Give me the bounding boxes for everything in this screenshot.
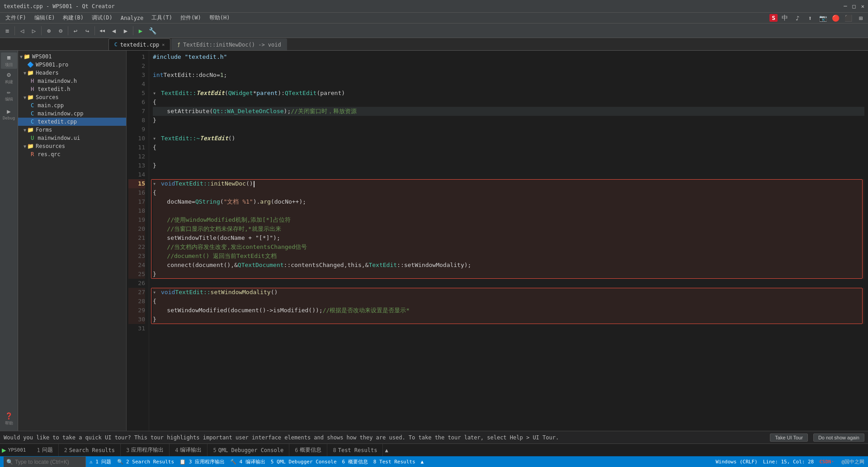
status-qml[interactable]: 5 QML Debugger Console	[271, 459, 337, 465]
side-icon-debug[interactable]: ▶ Debug	[1, 106, 17, 122]
code-line-21: setWindowTitle(docName + "[*]");	[153, 234, 864, 243]
tab-initnewdoc[interactable]: ƒ TextEdit::initNewDoc() -> void	[171, 38, 287, 50]
menu-item-debug[interactable]: 调试(D)	[88, 13, 116, 23]
tree-item-wps001-pro[interactable]: 🔷 WPS001.pro	[18, 61, 126, 69]
status-problems[interactable]: ⚠ 1 问题	[90, 458, 112, 465]
csdn-logo: CSDN·	[819, 459, 834, 465]
tree-item-resources[interactable]: ▼ 📁 Resources	[18, 142, 126, 150]
bottom-tab-search[interactable]: 2 Search Results	[59, 444, 121, 456]
status-up-btn[interactable]: ▲	[421, 459, 424, 465]
menu-item-controls[interactable]: 控件(W)	[177, 13, 205, 23]
line-numbers: 1 2 3 4 5 6 7 8 9 10 11 12 13 14 15 16 1…	[127, 51, 149, 431]
side-icon-help[interactable]: ❓ 帮助	[1, 411, 17, 427]
tab-close-icon[interactable]: ✕	[162, 42, 165, 47]
tree-item-mainwindow-cpp[interactable]: C mainwindow.cpp	[18, 110, 126, 118]
tree-item-mainwindow-ui[interactable]: U mainwindow.ui	[18, 134, 126, 142]
wps-logo: S	[769, 14, 778, 22]
tree-item-headers[interactable]: ▼ 📁 Headers	[18, 69, 126, 77]
info-message: Would you like to take a quick UI tour? …	[4, 434, 766, 441]
tree-item-textedit-h[interactable]: H textedit.h	[18, 85, 126, 93]
tb-nav-prev-btn[interactable]: ◀	[108, 25, 119, 36]
tb-nav-next-btn[interactable]: ▶	[120, 25, 131, 36]
menu-item-build[interactable]: 构建(B)	[59, 13, 87, 23]
menu-item-tools[interactable]: 工具(T)	[148, 13, 176, 23]
bottom-tab-problems[interactable]: 1 问题	[31, 444, 58, 456]
toolbar-icon-6[interactable]: ⬛	[843, 13, 854, 24]
tb-back-btn[interactable]: ◁	[17, 25, 28, 36]
toolbar-icon-7[interactable]: ⊞	[855, 13, 866, 24]
status-encoding[interactable]: Windows (CRLF)	[716, 459, 758, 465]
status-compile[interactable]: 🔨 4 编译输出	[230, 458, 265, 465]
tree-item-wps001[interactable]: ▼ 📁 WPS001	[18, 52, 126, 61]
tree-item-forms[interactable]: ▼ 📁 Forms	[18, 126, 126, 134]
code-editor[interactable]: 1 2 3 4 5 6 7 8 9 10 11 12 13 14 15 16 1…	[127, 51, 868, 431]
maximize-btn[interactable]: □	[853, 3, 856, 10]
menu-item-analyze[interactable]: Analyze	[117, 14, 147, 22]
code-line-5: ▾ TextEdit::TextEdit(QWidget *parent):QT…	[153, 89, 864, 98]
side-icon-project[interactable]: ≡ 项目	[1, 52, 17, 69]
tree-item-res-qrc[interactable]: R res.qrc	[18, 150, 126, 158]
tb-menu-btn[interactable]: ≡	[2, 25, 13, 36]
code-line-26	[153, 279, 864, 288]
tb-redo-btn[interactable]: ↪	[82, 25, 93, 36]
toolbar-icon-3[interactable]: ⬆	[805, 13, 816, 24]
tab-textedit-cpp[interactable]: C textedit.cpp ✕	[108, 38, 170, 50]
side-icons: ≡ 项目 ⚙ 构建 ✏ 编辑 ▶ Debug ❓ 帮助	[0, 51, 18, 431]
bottom-tab-test[interactable]: 8 Test Results	[327, 444, 383, 456]
status-test[interactable]: 8 Test Results	[373, 459, 415, 465]
toolbar: ≡ ◁ ▷ ⊕ ⊖ ↩ ↪ ◀◀ ◀ ▶ ▶ 🔧	[0, 24, 868, 38]
bottom-tab-qml[interactable]: 5 QML Debugger Console	[208, 444, 289, 456]
main-layout: ≡ 项目 ⚙ 构建 ✏ 编辑 ▶ Debug ❓ 帮助 ▼ 📁 WPS001 🔷…	[0, 51, 868, 431]
menu-item-help[interactable]: 帮助(H)	[206, 13, 234, 23]
tree-item-main-cpp[interactable]: C main.cpp	[18, 101, 126, 110]
highlight-block-1: ▾ void TextEdit::initNewDoc() { docName=…	[153, 179, 864, 279]
tb-undo-btn[interactable]: ↩	[70, 25, 81, 36]
minimize-btn[interactable]: ─	[844, 3, 847, 10]
bottom-tab-app-output[interactable]: 3 应用程序输出	[121, 444, 170, 456]
bottom-debug-label: YPS001	[8, 447, 26, 453]
code-line-13: }	[153, 161, 864, 170]
code-line-12	[153, 152, 864, 161]
status-summary[interactable]: 6 概要信息	[342, 458, 368, 465]
bottom-run-btn[interactable]: ▶	[2, 446, 6, 454]
locate-input[interactable]	[15, 459, 83, 465]
toolbar-icon-4[interactable]: 📷	[817, 13, 828, 24]
code-content: 1 2 3 4 5 6 7 8 9 10 11 12 13 14 15 16 1…	[127, 51, 868, 431]
code-line-4	[153, 80, 864, 89]
bottom-up-btn[interactable]: ▲	[385, 447, 388, 453]
side-icon-edit[interactable]: ✏ 编辑	[1, 87, 17, 103]
status-search[interactable]: 🔍 2 Search Results	[117, 459, 175, 465]
info-actions: Take UI Tour Do not show again	[766, 434, 864, 442]
code-line-18	[153, 206, 864, 215]
code-line-31	[153, 324, 864, 333]
tb-debug-btn[interactable]: 🔧	[147, 25, 158, 36]
tree-item-textedit-cpp[interactable]: C textedit.cpp	[18, 118, 126, 126]
side-icon-build[interactable]: ⚙ 构建	[1, 70, 17, 86]
title-bar: textedit.cpp - WPS001 - Qt Creator ─ □ ✕	[0, 0, 868, 13]
bottom-tab-summary[interactable]: 6 概要信息	[289, 444, 327, 456]
tree-item-mainwindow-h[interactable]: H mainwindow.h	[18, 77, 126, 85]
dismiss-btn[interactable]: Do not show again	[813, 434, 864, 442]
info-banner: Would you like to take a quick UI tour? …	[0, 431, 868, 443]
close-btn[interactable]: ✕	[861, 3, 864, 10]
code-area[interactable]: #include "textedit.h" int TextEdit::docN…	[149, 51, 868, 431]
tb-forward-btn[interactable]: ▷	[28, 25, 39, 36]
tb-build-btn[interactable]: ▶	[135, 25, 146, 36]
code-line-29: setWindowModified(document()->isModified…	[153, 306, 864, 315]
status-bar: 🔍 ⚠ 1 问题 🔍 2 Search Results 📋 3 应用程序输出 🔨…	[0, 456, 868, 467]
bottom-tab-compile[interactable]: 4 编译输出	[170, 444, 208, 456]
tb-add-btn[interactable]: ⊕	[43, 25, 54, 36]
menu-item-edit[interactable]: 编辑(E)	[31, 13, 59, 23]
tab-bar: C textedit.cpp ✕ ƒ TextEdit::initNewDoc(…	[0, 38, 868, 51]
toolbar-icon-1[interactable]: 中	[779, 13, 790, 24]
locate-icon: 🔍	[6, 459, 13, 465]
status-app-output[interactable]: 📋 3 应用程序输出	[179, 458, 225, 465]
status-items: ⚠ 1 问题 🔍 2 Search Results 📋 3 应用程序输出 🔨 4…	[90, 458, 424, 465]
tb-remove-btn[interactable]: ⊖	[55, 25, 66, 36]
tb-prev-btn[interactable]: ◀◀	[97, 25, 108, 36]
menu-item-file[interactable]: 文件(F)	[2, 13, 30, 23]
toolbar-icon-2[interactable]: ♪	[792, 13, 803, 24]
tree-item-sources[interactable]: ▼ 📁 Sources	[18, 93, 126, 101]
take-tour-btn[interactable]: Take UI Tour	[770, 434, 808, 442]
toolbar-icon-5[interactable]: 🔴	[830, 13, 841, 24]
